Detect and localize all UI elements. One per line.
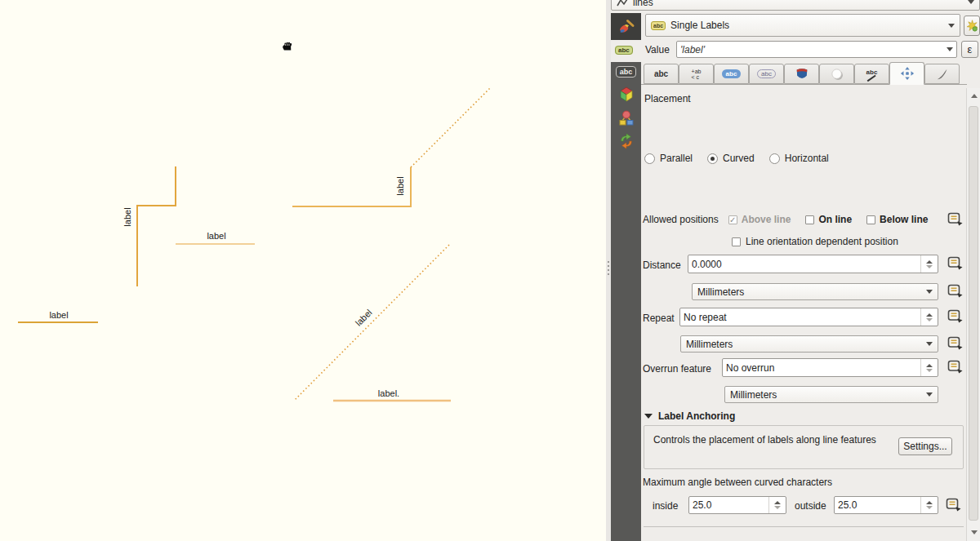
anchoring-settings-button[interactable]: Settings... [898, 437, 952, 455]
max-angle-label: Maximum angle between curved characters [643, 477, 832, 488]
section-separator [644, 526, 964, 527]
tab-mask[interactable]: abc [749, 64, 784, 84]
tab-rendering[interactable] [924, 64, 960, 84]
cube-3d-icon [617, 85, 636, 104]
qgis-window: labellabellabellabellabellabel. lines [0, 0, 980, 541]
chevron-down-icon [926, 342, 933, 346]
distance-units-combo[interactable]: Millimeters [692, 283, 938, 300]
anchoring-description: Controls the placement of labels along l… [653, 433, 898, 446]
sidebar-tab-symbology[interactable] [611, 13, 641, 40]
epsilon-icon: ε [968, 43, 973, 55]
map-line-feature [411, 88, 490, 167]
spin-buttons[interactable] [920, 308, 934, 326]
map-line-feature [137, 166, 176, 286]
map-feature-label: label [207, 231, 225, 241]
chevron-down-icon [948, 24, 955, 28]
outside-angle-spinbox[interactable]: 25.0 [834, 496, 938, 514]
buffer-icon: abc [722, 69, 742, 78]
layer-styling-panel: lines abc [611, 0, 980, 541]
allowed-positions-label: Allowed positions [643, 214, 719, 225]
checkbox-above-line[interactable]: ✓ [728, 215, 737, 224]
chevron-down-icon [926, 392, 933, 397]
labeling-mode-combo[interactable]: abc Single Labels [645, 14, 960, 37]
outside-label: outside [795, 500, 826, 512]
scroll-down-button[interactable] [969, 526, 979, 538]
map-feature-label: label [122, 207, 132, 226]
checkbox-on-line[interactable] [805, 215, 814, 224]
data-defined-override-button[interactable] [947, 309, 964, 323]
scroll-up-button[interactable] [969, 90, 979, 101]
radio-parallel-label: Parallel [660, 153, 693, 164]
arrow-up-icon [971, 94, 978, 98]
text-icon: abc [654, 69, 668, 78]
checkbox-line-orientation[interactable] [732, 237, 741, 246]
tab-callouts[interactable]: abc [854, 64, 889, 84]
tab-formatting[interactable]: +ab< c [679, 64, 714, 84]
tab-shadow[interactable] [819, 64, 854, 84]
inside-label: inside [653, 500, 678, 512]
mask-icon: abc [757, 69, 776, 78]
inside-angle-value: 25.0 [693, 499, 768, 511]
radio-curved-label: Curved [723, 153, 755, 164]
inside-angle-spinbox[interactable]: 25.0 [688, 496, 786, 514]
data-defined-override-button[interactable] [947, 360, 964, 374]
spin-buttons[interactable] [920, 359, 934, 376]
shield-icon [795, 67, 809, 82]
radio-horizontal[interactable] [769, 153, 780, 164]
spin-buttons[interactable] [920, 497, 934, 513]
map-canvas[interactable]: labellabellabellabellabellabel. [0, 0, 606, 541]
spin-buttons[interactable] [768, 497, 782, 513]
collapse-triangle-icon [644, 414, 653, 419]
label-anchoring-header[interactable]: Label Anchoring [644, 410, 735, 422]
labels-abc-icon: abc [616, 66, 637, 78]
layer-name: lines [633, 0, 963, 8]
sidebar-tab-diagrams[interactable] [611, 107, 641, 130]
placement-heading: Placement [644, 93, 691, 104]
radio-horizontal-label: Horizontal [785, 153, 829, 164]
tab-placement[interactable] [889, 62, 924, 85]
data-defined-override-button[interactable] [947, 256, 964, 270]
map-feature-label: label [354, 308, 374, 328]
tab-text[interactable]: abc [644, 64, 679, 84]
tab-background[interactable] [784, 64, 819, 84]
layer-selector-combo[interactable]: lines [611, 0, 980, 11]
outside-angle-value: 25.0 [838, 499, 920, 511]
sidebar-tab-history[interactable] [611, 130, 641, 153]
overrun-spinbox[interactable]: No overrun [722, 358, 938, 377]
radio-curved[interactable] [707, 153, 718, 164]
data-defined-override-button[interactable] [946, 498, 962, 512]
spin-buttons[interactable] [920, 255, 934, 273]
data-defined-override-button[interactable] [947, 212, 964, 226]
below-line-label: Below line [880, 214, 928, 225]
repeat-value: No repeat [684, 312, 920, 323]
map-line-feature [292, 167, 411, 206]
line-layer-icon [617, 0, 628, 7]
arrangement-radios: Parallel Curved Horizontal [644, 153, 829, 164]
auto-placement-settings-button[interactable] [964, 16, 980, 36]
chevron-down-icon [926, 290, 933, 294]
sidebar-tab-3d[interactable] [611, 83, 641, 106]
repeat-spinbox[interactable]: No repeat [679, 308, 938, 326]
overrun-units-combo[interactable]: Millimeters [724, 386, 938, 403]
overrun-unit-value: Millimeters [730, 389, 921, 401]
callout-icon: abc [866, 69, 878, 79]
checkbox-below-line[interactable] [866, 215, 875, 224]
data-defined-override-button[interactable] [947, 284, 964, 298]
distance-label: Distance [643, 259, 681, 271]
panel-scrollbar[interactable] [966, 88, 980, 541]
distance-spinbox[interactable]: 0.0000 [688, 255, 938, 273]
render-brush-icon [935, 67, 950, 82]
value-expression-field[interactable]: 'label' [676, 41, 957, 58]
radio-parallel[interactable] [644, 153, 655, 164]
paintbrush-icon [617, 17, 636, 37]
sidebar-tab-labels[interactable]: abc [611, 64, 641, 80]
overrun-label: Overrun feature [643, 363, 711, 375]
repeat-unit-value: Millimeters [686, 339, 921, 350]
distance-value: 0.0000 [692, 259, 920, 270]
tab-buffer[interactable]: abc [714, 64, 749, 84]
scrollbar-thumb[interactable] [969, 106, 978, 521]
map-feature-label: label. [378, 388, 399, 398]
repeat-units-combo[interactable]: Millimeters [680, 335, 938, 353]
data-defined-override-button[interactable] [947, 336, 964, 350]
expression-builder-button[interactable]: ε [961, 41, 978, 58]
